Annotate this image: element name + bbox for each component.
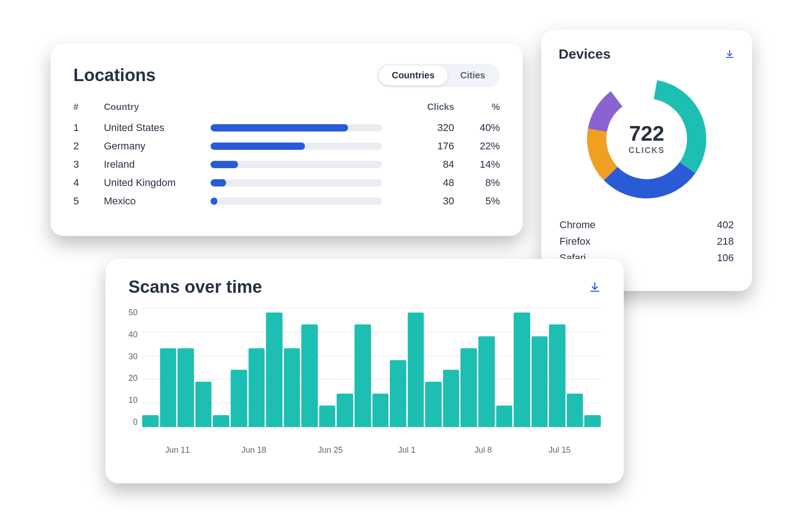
cell-pct: 22% (454, 137, 500, 155)
scan-bar (337, 394, 353, 427)
col-clicks: Clicks (393, 99, 454, 119)
scan-bar (266, 313, 283, 427)
y-tick: 30 (128, 352, 138, 362)
device-value: 402 (717, 219, 734, 231)
cell-clicks: 176 (393, 137, 454, 155)
download-icon[interactable] (589, 281, 601, 293)
scan-bar (514, 313, 530, 427)
scan-bar (249, 348, 265, 427)
scan-bar (408, 313, 424, 427)
scan-bar (160, 348, 177, 427)
cell-rank: 4 (73, 174, 104, 192)
table-row: 2Germany17622% (73, 137, 500, 155)
download-icon[interactable] (725, 49, 735, 59)
devices-donut-chart: 722 CLICKS (578, 70, 715, 208)
scans-card: Scans over time 50403020100 Jun 11Jun 18… (105, 259, 624, 483)
device-value: 218 (717, 236, 734, 247)
scan-bar (355, 324, 371, 427)
scan-bar (496, 406, 513, 427)
cell-rank: 5 (73, 192, 104, 210)
cell-clicks: 320 (393, 119, 454, 137)
cell-pct: 14% (454, 155, 500, 174)
y-tick: 40 (128, 330, 138, 340)
list-item: Chrome402 (559, 217, 735, 233)
locations-title: Locations (73, 66, 155, 85)
scan-bar (425, 382, 442, 427)
scan-bar (301, 324, 318, 427)
device-name: Firefox (560, 236, 590, 247)
cell-clicks: 84 (393, 155, 454, 174)
cell-rank: 3 (73, 155, 104, 174)
y-tick: 50 (128, 308, 138, 318)
cell-country: Germany (104, 137, 211, 155)
x-tick: Jun 11 (165, 445, 190, 455)
col-pct: % (454, 99, 500, 119)
x-tick: Jul 15 (549, 445, 571, 455)
cell-clicks: 48 (393, 174, 454, 192)
col-rank: # (73, 99, 104, 119)
cell-clicks: 30 (393, 192, 454, 210)
cell-country: Mexico (104, 192, 211, 210)
cell-pct: 5% (454, 192, 500, 210)
x-tick: Jul 1 (398, 445, 416, 455)
cell-rank: 1 (73, 119, 104, 137)
cell-country: Ireland (104, 155, 211, 174)
scan-bar (213, 415, 229, 427)
scan-bar (195, 382, 212, 427)
devices-title: Devices (559, 46, 610, 62)
scan-bar (319, 406, 336, 427)
tab-countries[interactable]: Countries (379, 66, 447, 85)
device-name: Chrome (560, 219, 595, 231)
scan-bar (177, 348, 194, 427)
scan-bar (284, 348, 300, 427)
scan-bar (443, 370, 460, 427)
table-row: 4United Kingdom488% (73, 174, 500, 192)
scan-bar (584, 415, 601, 427)
table-row: 3Ireland8414% (73, 155, 500, 174)
scan-bar (567, 394, 583, 427)
scan-bar (549, 324, 565, 427)
cell-country: United Kingdom (104, 174, 211, 192)
cell-bar (211, 137, 393, 155)
devices-total: 722 (629, 123, 665, 144)
locations-tab-group: Countries Cities (377, 64, 500, 87)
cell-bar (211, 155, 393, 174)
devices-total-label: CLICKS (629, 146, 665, 155)
cell-bar (211, 192, 393, 210)
locations-card: Locations Countries Cities # Country Cli… (50, 44, 523, 236)
cell-bar (211, 119, 393, 137)
scans-bar-chart: 50403020100 Jun 11Jun 18Jun 25Jul 1Jul 8… (128, 308, 601, 455)
device-value: 106 (717, 252, 734, 264)
scan-bar (142, 415, 159, 427)
cell-bar (211, 174, 393, 192)
scan-bar (478, 336, 495, 427)
col-country: Country (104, 99, 211, 119)
table-row: 1United States32040% (73, 119, 500, 137)
scan-bar (372, 394, 389, 427)
x-tick: Jul 8 (475, 445, 492, 455)
list-item: Firefox218 (559, 233, 735, 250)
scan-bar (532, 336, 548, 427)
scan-bar (460, 348, 477, 427)
cell-pct: 8% (454, 174, 500, 192)
y-tick: 0 (133, 417, 138, 427)
y-tick: 20 (128, 373, 138, 383)
scan-bar (390, 360, 406, 427)
tab-cities[interactable]: Cities (448, 66, 498, 85)
x-tick: Jun 18 (242, 445, 266, 455)
x-tick: Jun 25 (318, 445, 343, 455)
cell-country: United States (104, 119, 211, 137)
locations-table: # Country Clicks % 1United States32040%2… (73, 99, 500, 210)
cell-pct: 40% (454, 119, 500, 137)
scan-bar (231, 370, 247, 427)
table-row: 5Mexico305% (73, 192, 500, 210)
cell-rank: 2 (73, 137, 104, 155)
devices-card: Devices 722 CLICKS Chrome402Firefox218Sa… (541, 30, 752, 291)
y-tick: 10 (128, 395, 138, 405)
scans-title: Scans over time (128, 277, 262, 297)
